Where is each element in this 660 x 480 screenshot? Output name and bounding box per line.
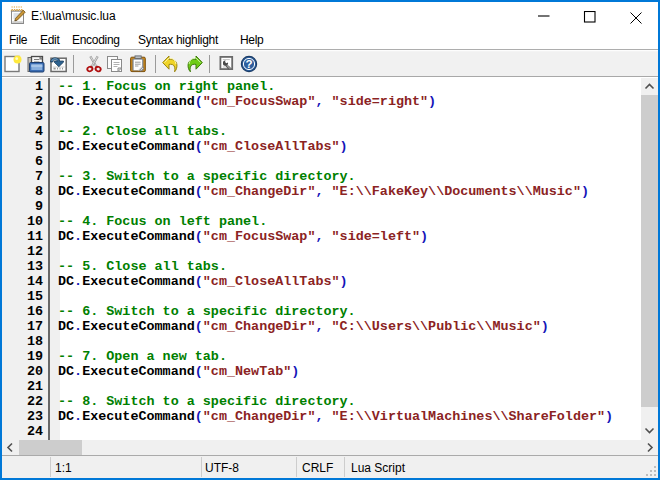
- svg-text:?: ?: [245, 58, 252, 70]
